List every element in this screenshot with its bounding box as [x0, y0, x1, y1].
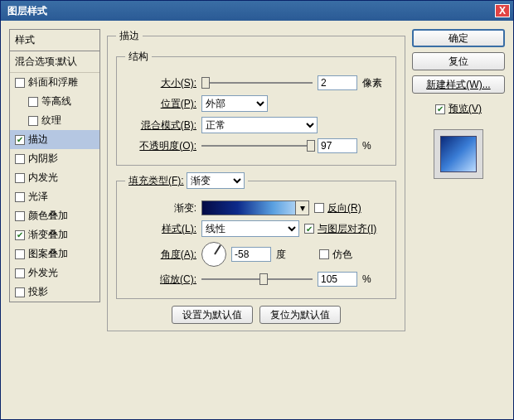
- checkbox-icon[interactable]: ✔: [15, 135, 25, 145]
- size-label: 大小(S):: [125, 76, 196, 90]
- checkbox-icon[interactable]: [15, 192, 25, 202]
- style-item-9[interactable]: 图案叠加: [10, 244, 99, 263]
- checkbox-icon[interactable]: [15, 249, 25, 259]
- window-title: 图层样式: [7, 4, 495, 18]
- checkbox-icon[interactable]: [28, 116, 38, 126]
- dialog-window: 图层样式 X 样式 混合选项:默认 斜面和浮雕等高线纹理✔描边内阴影内发光光泽颜…: [0, 0, 514, 420]
- style-item-label: 光泽: [28, 190, 48, 204]
- checkbox-icon[interactable]: [15, 268, 25, 278]
- fill-group: 填充类型(F): 渐变 渐变: ▾ 反向(R) 样式(L): 线性 ✔与图层对齐…: [116, 172, 396, 299]
- structure-group: 结构 大小(S): 像素 位置(P): 外部 混合模式(B): 正常: [116, 50, 396, 166]
- angle-input[interactable]: [231, 247, 271, 262]
- fill-legend: 填充类型(F): 渐变: [125, 172, 248, 189]
- gradient-picker[interactable]: ▾: [201, 200, 309, 215]
- style-item-label: 颜色叠加: [28, 209, 68, 223]
- ok-button[interactable]: 确定: [412, 29, 505, 47]
- align-checkbox[interactable]: ✔与图层对齐(I): [304, 222, 376, 236]
- scale-unit: %: [362, 273, 387, 285]
- style-item-1[interactable]: 等高线: [10, 92, 99, 111]
- opacity-unit: %: [362, 140, 387, 152]
- position-select[interactable]: 外部: [201, 95, 268, 112]
- style-item-label: 斜面和浮雕: [28, 75, 78, 89]
- titlebar: 图层样式 X: [1, 1, 513, 21]
- stroke-legend: 描边: [116, 29, 143, 43]
- reverse-checkbox[interactable]: 反向(R): [314, 201, 361, 215]
- blendmode-select[interactable]: 正常: [201, 117, 318, 133]
- angle-label: 角度(A):: [125, 248, 196, 262]
- angle-unit: 度: [276, 248, 301, 262]
- size-slider[interactable]: [201, 75, 313, 90]
- checkbox-icon[interactable]: [28, 97, 38, 107]
- style-item-11[interactable]: 投影: [10, 282, 99, 302]
- dither-checkbox[interactable]: 仿色: [319, 248, 352, 262]
- style-label: 样式(L):: [125, 222, 196, 236]
- checkbox-icon[interactable]: [15, 154, 25, 164]
- blend-options[interactable]: 混合选项:默认: [10, 51, 99, 73]
- close-button[interactable]: X: [495, 4, 510, 17]
- style-item-label: 描边: [28, 133, 48, 147]
- new-style-button[interactable]: 新建样式(W)...: [412, 75, 505, 94]
- styles-list: 混合选项:默认 斜面和浮雕等高线纹理✔描边内阴影内发光光泽颜色叠加✔渐变叠加图案…: [9, 51, 100, 302]
- structure-legend: 结构: [125, 50, 152, 64]
- gradient-label: 渐变:: [125, 201, 196, 215]
- style-item-5[interactable]: 内发光: [10, 168, 99, 187]
- stroke-group: 描边 结构 大小(S): 像素 位置(P): 外部 混合模式(B):: [107, 29, 405, 331]
- style-select[interactable]: 线性: [201, 220, 299, 237]
- style-item-8[interactable]: ✔渐变叠加: [10, 225, 99, 244]
- chevron-down-icon[interactable]: ▾: [295, 201, 308, 215]
- styles-panel: 样式 混合选项:默认 斜面和浮雕等高线纹理✔描边内阴影内发光光泽颜色叠加✔渐变叠…: [9, 29, 100, 411]
- style-item-3[interactable]: ✔描边: [10, 130, 99, 149]
- main-panel: 描边 结构 大小(S): 像素 位置(P): 外部 混合模式(B):: [107, 29, 405, 411]
- fill-type-select[interactable]: 渐变: [187, 172, 245, 189]
- style-item-label: 外发光: [28, 266, 58, 280]
- checkbox-icon[interactable]: [15, 287, 25, 297]
- style-item-label: 内发光: [28, 171, 58, 185]
- opacity-label: 不透明度(O):: [125, 139, 196, 153]
- scale-input[interactable]: [318, 272, 357, 287]
- style-item-4[interactable]: 内阴影: [10, 149, 99, 168]
- checkbox-icon[interactable]: [15, 173, 25, 183]
- checkbox-icon[interactable]: [15, 211, 25, 221]
- style-item-10[interactable]: 外发光: [10, 263, 99, 282]
- size-input[interactable]: [318, 75, 357, 90]
- right-panel: 确定 复位 新建样式(W)... ✔预览(V): [412, 29, 505, 411]
- checkbox-icon[interactable]: ✔: [15, 230, 25, 240]
- opacity-slider[interactable]: [201, 138, 313, 153]
- style-item-0[interactable]: 斜面和浮雕: [10, 73, 99, 92]
- set-default-button[interactable]: 设置为默认值: [172, 306, 253, 324]
- reset-default-button[interactable]: 复位为默认值: [259, 306, 341, 324]
- preview-checkbox[interactable]: ✔预览(V): [412, 102, 505, 116]
- styles-header[interactable]: 样式: [9, 29, 100, 51]
- position-label: 位置(P):: [125, 97, 196, 111]
- style-item-label: 内阴影: [28, 152, 58, 166]
- preview-swatch: [434, 129, 483, 179]
- scale-label: 缩放(C):: [125, 273, 196, 287]
- scale-slider[interactable]: [201, 272, 313, 287]
- style-item-label: 渐变叠加: [28, 228, 68, 242]
- style-item-6[interactable]: 光泽: [10, 187, 99, 206]
- opacity-input[interactable]: [318, 138, 357, 153]
- close-icon: X: [499, 5, 506, 17]
- cancel-button[interactable]: 复位: [412, 52, 505, 70]
- checkbox-icon[interactable]: [15, 78, 25, 88]
- style-item-7[interactable]: 颜色叠加: [10, 206, 99, 225]
- style-item-2[interactable]: 纹理: [10, 111, 99, 130]
- style-item-label: 纹理: [41, 113, 61, 128]
- style-item-label: 投影: [28, 285, 48, 299]
- size-unit: 像素: [362, 76, 387, 90]
- style-item-label: 等高线: [41, 94, 71, 109]
- style-item-label: 图案叠加: [28, 247, 68, 261]
- angle-dial[interactable]: [201, 242, 226, 267]
- client-area: 样式 混合选项:默认 斜面和浮雕等高线纹理✔描边内阴影内发光光泽颜色叠加✔渐变叠…: [1, 21, 513, 419]
- blendmode-label: 混合模式(B):: [125, 118, 196, 133]
